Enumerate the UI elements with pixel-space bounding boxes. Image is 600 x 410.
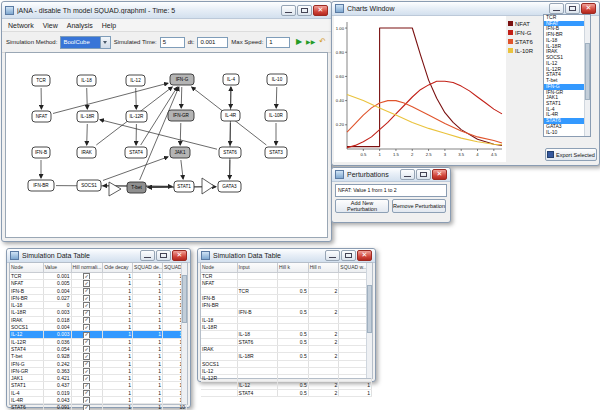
table-row[interactable]: IL-180.521 (201, 331, 372, 338)
checkbox-checked[interactable] (83, 295, 90, 301)
minimize-icon[interactable] (140, 250, 155, 261)
chevron-down-icon[interactable] (100, 37, 110, 48)
menu-item-network[interactable]: Network (8, 22, 34, 29)
scrollbar-thumb[interactable] (585, 43, 590, 100)
table-row[interactable]: TCR0.0011110 (10, 273, 187, 280)
checkbox-checked[interactable] (83, 339, 90, 345)
max-speed-input[interactable]: 1 (266, 37, 290, 48)
fast-forward-icon[interactable]: ▶▶ (305, 37, 316, 47)
network-node-GATA3[interactable]: GATA3 (218, 181, 241, 192)
network-node-IFN-BR[interactable]: IFN-BR (28, 180, 54, 191)
maximize-icon[interactable] (341, 250, 356, 261)
export-selected-button[interactable]: Export Selected (545, 148, 597, 161)
add-perturbation-button[interactable]: Add New Perturbation (335, 199, 389, 213)
network-node-STAT3[interactable]: STAT3 (265, 147, 287, 158)
network-node-JAK1[interactable]: JAK1 (170, 147, 190, 158)
remove-perturbation-button[interactable]: Remove Perturbation (392, 199, 446, 213)
checkbox-checked[interactable] (83, 324, 90, 330)
table-header[interactable]: NodeValueHill normali...Ode decaySQUAD d… (10, 263, 187, 273)
menu-item-analysis[interactable]: Analysis (67, 22, 93, 29)
checkbox-checked[interactable] (83, 361, 90, 367)
network-node-IL-4[interactable]: IL-4 (223, 74, 239, 85)
table-row[interactable]: IFN-G0.2421110 (10, 361, 187, 368)
checkbox-checked[interactable] (83, 317, 90, 323)
perturbations-title-bar[interactable]: Perturbations (332, 168, 450, 182)
column-header[interactable]: Input (238, 263, 279, 272)
table-row[interactable]: IL-4R0.0431110 (10, 397, 187, 404)
minimize-icon[interactable] (400, 169, 415, 180)
table-row[interactable]: IL-1801110 (10, 302, 187, 309)
checkbox-checked[interactable] (83, 273, 90, 279)
table-row[interactable]: IL-18R0.521 (201, 353, 372, 360)
main-title-bar[interactable]: jANA - disable Th model SQUAD.graphml - … (2, 2, 331, 19)
network-node-IL-10R[interactable]: IL-10R (265, 110, 287, 121)
network-node-IFN-G[interactable]: IFN-G (170, 74, 194, 85)
checkbox-checked[interactable] (83, 383, 90, 389)
checkbox-checked[interactable] (83, 280, 90, 286)
network-node-NFAT[interactable]: NFAT (32, 111, 51, 122)
column-header[interactable]: Node (201, 263, 238, 272)
network-node-SOCS1[interactable]: SOCS1 (77, 180, 101, 191)
table-row[interactable]: IL-18R (201, 324, 372, 331)
table-row[interactable]: STAT10.4371110 (10, 382, 187, 389)
network-node-STAT6[interactable]: STAT6 (219, 147, 241, 158)
column-header[interactable]: Node (10, 263, 44, 272)
column-header[interactable]: Hill normali... (72, 263, 104, 272)
maximize-icon[interactable] (565, 3, 580, 14)
table-left-title-bar[interactable]: Simulation Data Table (7, 249, 190, 263)
checkbox-checked[interactable] (83, 346, 90, 352)
table-row[interactable]: TCR0.521 (201, 288, 372, 295)
scrollbar-thumb[interactable] (182, 275, 187, 323)
close-icon[interactable] (172, 250, 187, 261)
table-right-title-bar[interactable]: Simulation Data Table (198, 249, 375, 263)
column-header[interactable]: Ode decay (103, 263, 133, 272)
table-row[interactable]: IFN-GR0.3631110 (10, 368, 187, 375)
network-canvas[interactable]: TCRIL-18IL-12IFN-GIL-4IL-10NFATIL-18RIL-… (5, 52, 328, 238)
gate-triangle[interactable] (202, 178, 214, 194)
network-node-IFN-B[interactable]: IFN-B (32, 147, 50, 158)
table-row[interactable]: IFN-BR0.0271110 (10, 295, 187, 302)
close-icon[interactable] (581, 3, 596, 14)
table-row[interactable]: IL-120.0031110 (10, 331, 187, 338)
table-row[interactable]: IL-12R (201, 375, 372, 382)
table-row[interactable]: IL-18R0.0031110 (10, 309, 187, 316)
close-icon[interactable] (313, 5, 328, 16)
maximize-icon[interactable] (297, 5, 312, 16)
checkbox-checked[interactable] (83, 397, 90, 403)
table-row[interactable]: IL-120.521 (201, 382, 372, 389)
table-row[interactable]: IL-12 (201, 368, 372, 375)
checkbox-checked[interactable] (83, 375, 90, 381)
table-row[interactable]: IFN-BR (201, 302, 372, 309)
reset-icon[interactable]: ↶ (318, 37, 327, 47)
checkbox-checked[interactable] (83, 368, 90, 374)
network-node-IL-12R[interactable]: IL-12R (126, 111, 147, 122)
chart-node-list[interactable]: TCRNFATIFN-BIFN-BRIL-18IL-18RIRAKSOCS1IL… (543, 14, 591, 137)
table-row[interactable]: IRAK (201, 346, 372, 353)
checkbox-checked[interactable] (83, 353, 90, 359)
network-node-IL-4R[interactable]: IL-4R (221, 110, 240, 121)
network-node-STAT4[interactable]: STAT4 (125, 147, 147, 158)
checkbox-checked[interactable] (83, 310, 90, 316)
close-icon[interactable] (432, 169, 447, 180)
menu-item-view[interactable]: View (43, 22, 58, 29)
network-node-IL-18R[interactable]: IL-18R (77, 111, 98, 122)
close-icon[interactable] (357, 250, 372, 261)
table-row[interactable]: IFN-B0.0041110 (10, 288, 187, 295)
checkbox-checked[interactable] (83, 332, 90, 338)
network-node-TCR[interactable]: TCR (32, 75, 50, 86)
table-row[interactable]: TCR (201, 273, 372, 280)
table-row[interactable]: NFAT (201, 280, 372, 287)
table-row[interactable]: JAK10.4211110 (10, 375, 187, 382)
network-node-STAT1[interactable]: STAT1 (174, 181, 194, 192)
sim-method-select[interactable]: BoolCube (60, 36, 110, 49)
checkbox-checked[interactable] (83, 405, 90, 410)
gate-triangle[interactable] (109, 182, 121, 196)
minimize-icon[interactable] (549, 3, 564, 14)
scrollbar[interactable] (584, 15, 590, 136)
network-node-IL-18[interactable]: IL-18 (77, 75, 96, 86)
network-node-IRAK[interactable]: IRAK (77, 147, 96, 158)
table-row[interactable]: STAT60.521 (201, 339, 372, 346)
table-row[interactable]: STAT60.0911110 (10, 404, 187, 410)
column-header[interactable]: Value (44, 263, 72, 272)
network-node-IFN-GR[interactable]: IFN-GR (168, 110, 194, 121)
